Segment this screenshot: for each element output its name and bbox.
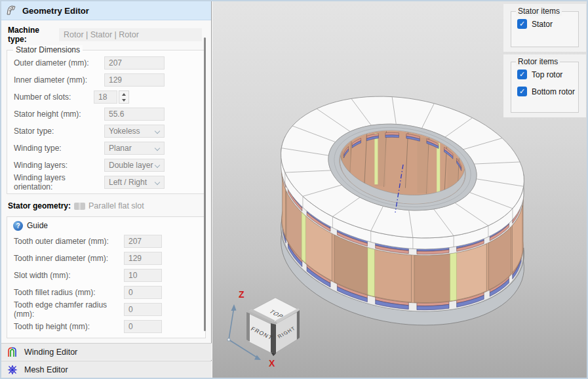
mesh-editor-label: Mesh Editor <box>24 365 68 374</box>
guide-row[interactable]: ? Guide <box>7 218 205 233</box>
number-of-slots-input[interactable]: 18 <box>94 90 117 104</box>
tooth-fillet-radius-row: Tooth fillet radius (mm):0 <box>7 284 205 301</box>
winding-layers-orientation-row: Winding layers orientation:Left / Right <box>7 174 205 191</box>
tooth-inner-diameter-label: Tooth inner diameter (mm): <box>14 254 124 263</box>
stator-geometry-value: Parallel flat slot <box>88 201 144 210</box>
stator-dimensions-legend: Stator Dimensions <box>13 45 83 54</box>
tooth-tip-height-input[interactable]: 0 <box>124 320 162 333</box>
stator-type-value: Yokeless <box>109 127 140 136</box>
tooth-outer-diameter-label: Tooth outer diameter (mm): <box>14 237 124 246</box>
stator-dimensions-groupbox: Stator Dimensions Outer diameter (mm):20… <box>7 50 206 194</box>
slot-width-row: Slot width (mm):10 <box>7 267 205 284</box>
top-rotor-checkbox-row: ✓Top rotor <box>517 70 578 79</box>
number-of-slots-spin-buttons <box>119 90 129 104</box>
mesh-editor-icon <box>7 364 18 376</box>
stator-label: Stator <box>532 20 553 29</box>
number-of-slots-stepper: 18 <box>94 90 129 104</box>
mesh-editor-section[interactable]: Mesh Editor <box>1 361 212 378</box>
panel-title: Geometry Editor <box>22 6 89 16</box>
tooth-edge-chamfer-radius-input[interactable]: 0 <box>124 303 162 316</box>
stator-geometry-label: Stator geometry: <box>8 201 71 210</box>
machine-type-label: Machine type: <box>8 26 59 44</box>
z-axis-label: Z <box>239 289 245 300</box>
geometry-editor-panel: Geometry Editor Machine type: Rotor | St… <box>1 1 212 378</box>
x-axis-label: X <box>269 358 275 369</box>
tooth-tip-height-row: Tooth tip height (mm):0 <box>7 318 205 335</box>
stator-items-groupbox: Stator items ✓Stator <box>511 11 579 47</box>
number-of-slots-row: Number of slots:18 <box>7 89 205 106</box>
chevron-down-icon <box>155 180 160 185</box>
bottom-rotor-checkbox-row: ✓Bottom rotor <box>517 87 578 96</box>
winding-type-value: Planar <box>109 144 132 153</box>
stator-type-select[interactable]: Yokeless <box>104 125 165 138</box>
vertical-scrollbar[interactable] <box>204 37 206 331</box>
winding-layers-value: Double layer <box>109 161 153 170</box>
winding-editor-label: Winding Editor <box>24 348 77 357</box>
outer-diameter-label: Outer diameter (mm): <box>14 58 104 68</box>
bottom-rotor-checkbox[interactable]: ✓ <box>517 87 527 96</box>
chevron-down-icon <box>155 146 160 151</box>
winding-editor-section[interactable]: Winding Editor <box>1 343 212 360</box>
machine-type-field[interactable]: Rotor | Stator | Rotor <box>59 28 202 41</box>
application-window: Geometry Editor Machine type: Rotor | St… <box>0 0 588 379</box>
winding-layers-orientation-value: Left / Right <box>109 178 147 187</box>
stator-height-row: Stator height (mm):55.6 <box>7 106 205 123</box>
chevron-down-icon <box>155 129 160 134</box>
tooth-parameters-box: ? Guide Tooth outer diameter (mm):207Too… <box>7 216 206 338</box>
stator-checkbox-row: ✓Stator <box>517 19 578 29</box>
stator-checkbox[interactable]: ✓ <box>517 19 527 29</box>
tooth-inner-diameter-input[interactable]: 129 <box>124 252 162 265</box>
stator-height-input[interactable]: 55.6 <box>104 108 165 121</box>
tooth-inner-diameter-row: Tooth inner diameter (mm):129 <box>7 250 205 267</box>
chevron-down-icon <box>155 163 160 168</box>
winding-layers-orientation-label: Winding layers orientation: <box>14 173 104 191</box>
tooth-outer-diameter-row: Tooth outer diameter (mm):207 <box>7 233 205 250</box>
outer-diameter-input[interactable]: 207 <box>104 56 165 70</box>
stator-items-legend: Stator items <box>516 7 562 16</box>
tooth-tip-height-label: Tooth tip height (mm): <box>14 322 124 331</box>
tooth-edge-chamfer-radius-label: Tooth edge chamfer radius (mm): <box>14 300 124 319</box>
winding-type-row: Winding type:Planar <box>7 140 205 157</box>
rotor-items-legend: Rotor items <box>516 57 560 66</box>
spinner-down-button[interactable] <box>119 97 128 103</box>
spinner-up-button[interactable] <box>119 91 128 97</box>
stator-height-label: Stator height (mm): <box>14 110 104 119</box>
tooth-fillet-radius-label: Tooth fillet radius (mm): <box>14 288 124 297</box>
rotor-items-panel: Rotor items ✓Top rotor✓Bottom rotor <box>503 54 586 117</box>
geometry-editor-icon <box>6 5 18 16</box>
inner-diameter-label: Inner diameter (mm): <box>14 75 104 85</box>
slot-width-label: Slot width (mm): <box>14 271 124 280</box>
winding-layers-label: Winding layers: <box>14 161 104 170</box>
stator-geometry-row: Stator geometry: Parallel flat slot <box>8 198 211 214</box>
geometry-editor-header[interactable]: Geometry Editor <box>1 1 211 20</box>
tooth-edge-chamfer-radius-row: Tooth edge chamfer radius (mm):0 <box>7 301 205 318</box>
machine-type-row: Machine type: Rotor | Stator | Rotor <box>8 28 202 42</box>
bottom-rotor-label: Bottom rotor <box>532 87 575 96</box>
top-rotor-checkbox[interactable]: ✓ <box>517 70 527 79</box>
stator-items-panel: Stator items ✓Stator <box>503 4 586 52</box>
stator-type-label: Stator type: <box>14 127 104 136</box>
winding-type-select[interactable]: Planar <box>104 142 165 155</box>
help-question-icon[interactable]: ? <box>13 221 23 231</box>
winding-layers-orientation-select[interactable]: Left / Right <box>104 176 165 189</box>
parallel-flat-slot-icon <box>74 203 85 210</box>
winding-type-label: Winding type: <box>14 144 104 153</box>
winding-layers-row: Winding layers:Double layer <box>7 157 205 174</box>
top-rotor-label: Top rotor <box>532 70 562 79</box>
stator-type-row: Stator type:Yokeless <box>7 123 205 140</box>
tooth-fillet-radius-input[interactable]: 0 <box>124 286 162 299</box>
rotor-items-groupbox: Rotor items ✓Top rotor✓Bottom rotor <box>511 62 579 113</box>
inner-diameter-row: Inner diameter (mm):129 <box>7 71 205 89</box>
outer-diameter-row: Outer diameter (mm):207 <box>7 54 205 71</box>
guide-label: Guide <box>27 221 48 230</box>
winding-editor-icon <box>7 346 18 358</box>
winding-layers-select[interactable]: Double layer <box>104 159 165 172</box>
view-cube[interactable]: TOPFRONTRIGHT <box>246 298 300 356</box>
tooth-outer-diameter-input[interactable]: 207 <box>124 235 162 248</box>
motor-model[interactable] <box>271 93 534 325</box>
slot-width-input[interactable]: 10 <box>124 269 162 282</box>
inner-diameter-input[interactable]: 129 <box>104 73 165 87</box>
number-of-slots-label: Number of slots: <box>14 92 94 102</box>
